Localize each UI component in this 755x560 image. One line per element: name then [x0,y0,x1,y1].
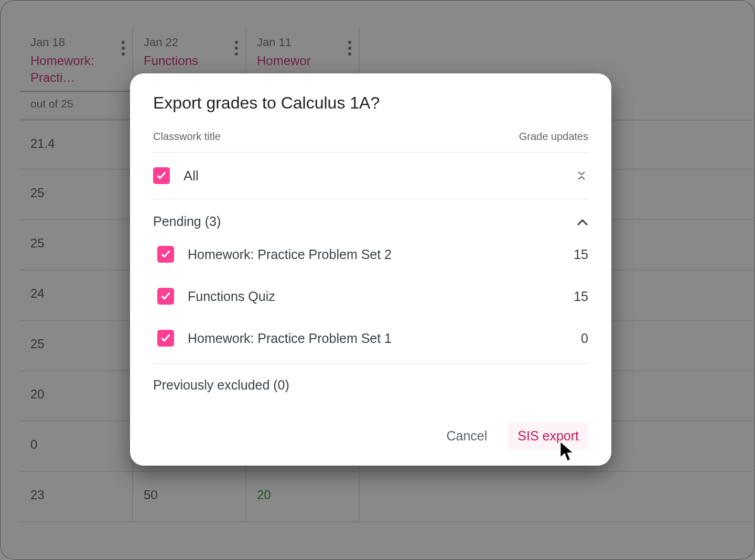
all-label: All [184,168,561,184]
checkbox-all[interactable] [153,167,170,184]
item-title: Functions Quiz [188,289,554,304]
check-icon [160,249,171,260]
select-all-row: All [153,153,588,199]
list-item: Functions Quiz 15 [157,275,588,317]
item-count: 15 [567,289,588,304]
list-item: Homework: Practice Problem Set 2 15 [157,233,588,275]
dialog-table-header: Classwork title Grade updates [153,131,588,153]
check-icon [160,290,171,302]
app-window: Jan 18 Homework: Practi… Jan 22 Function… [0,0,755,560]
check-icon [160,332,171,344]
check-icon [156,170,167,181]
chevron-up-icon[interactable] [577,214,588,229]
list-item: Homework: Practice Problem Set 1 0 [157,317,588,359]
item-title: Homework: Practice Problem Set 2 [188,247,554,262]
sis-export-button[interactable]: SIS export [508,422,588,450]
dialog-actions: Cancel SIS export [153,399,588,450]
unfold-icon[interactable] [575,169,588,182]
excluded-section-header[interactable]: Previously excluded (0) [153,364,588,399]
pending-list: Homework: Practice Problem Set 2 15 Func… [153,233,588,359]
header-classwork-title: Classwork title [153,131,221,143]
item-title: Homework: Practice Problem Set 1 [188,331,554,346]
export-dialog: Export grades to Calculus 1A? Classwork … [130,73,611,466]
pending-section-header[interactable]: Pending (3) [153,199,588,233]
dialog-title: Export grades to Calculus 1A? [153,93,588,113]
item-count: 0 [567,331,588,346]
checkbox-item[interactable] [157,330,174,347]
pending-label: Pending (3) [153,214,221,229]
header-grade-updates: Grade updates [519,131,588,143]
cancel-button[interactable]: Cancel [437,422,497,450]
checkbox-item[interactable] [157,288,174,305]
checkbox-item[interactable] [157,246,174,263]
item-count: 15 [567,247,588,262]
